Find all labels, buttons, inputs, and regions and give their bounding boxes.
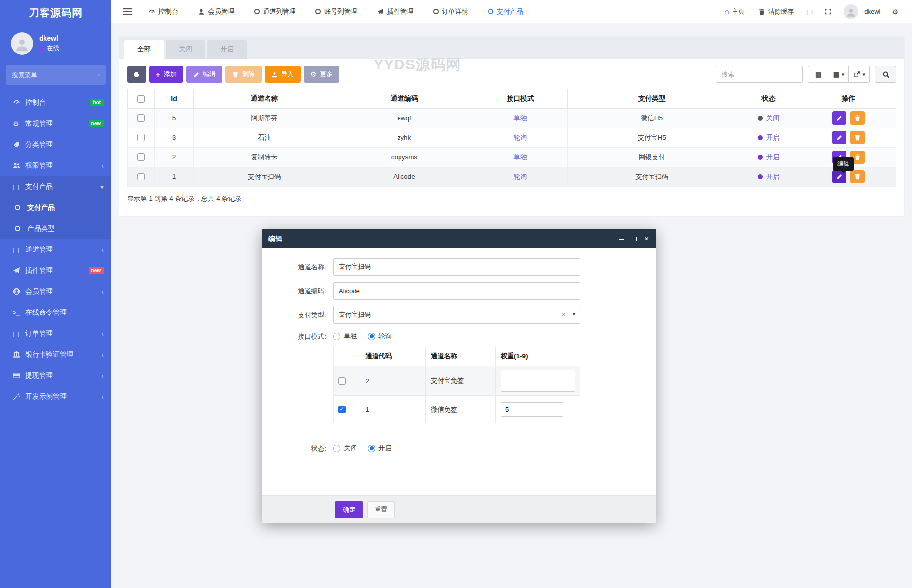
topbar-username[interactable]: dkewl — [864, 8, 880, 15]
table-search-input[interactable] — [716, 66, 803, 83]
radio-icon[interactable] — [333, 333, 340, 340]
col-pay-type[interactable]: 支付类型 — [568, 89, 736, 109]
sidebar-item-online-command[interactable]: >_ 在线命令管理 — [0, 302, 111, 323]
col-status[interactable]: 状态 — [736, 89, 801, 109]
cell-code: ewqf — [335, 109, 473, 128]
col-channel-name[interactable]: 通道名称 — [194, 89, 335, 109]
topnav-channel-list[interactable]: 通道列管理 — [245, 0, 306, 23]
add-button[interactable]: + 添加 — [149, 66, 183, 83]
settings-gear-icon[interactable]: ⚙ — [887, 8, 903, 16]
pay-type-value[interactable] — [333, 306, 580, 324]
row-checkbox[interactable] — [338, 406, 346, 413]
channel-code-input[interactable] — [333, 282, 580, 300]
row-checkbox[interactable] — [137, 114, 145, 122]
sidebar-item-dev-examples[interactable]: 开发示例管理 ‹ — [0, 386, 111, 407]
modal-header[interactable]: 编辑 × — [262, 229, 656, 248]
fullscreen-icon[interactable] — [820, 8, 837, 15]
caret-down-icon[interactable]: ▾ — [572, 311, 575, 317]
row-delete-button[interactable] — [850, 131, 865, 144]
clear-cache-button[interactable]: 清除缓存 — [753, 7, 800, 16]
sidebar-search[interactable] — [6, 65, 106, 85]
topbar: 控制台 会员管理 通道列管理 账号列管理 插件管理 订单详情 支付产品 — [111, 0, 912, 23]
col-interface-mode[interactable]: 接口模式 — [473, 89, 568, 109]
weight-input[interactable] — [501, 370, 575, 392]
topnav-order-detail[interactable]: 订单详情 — [423, 0, 478, 23]
tab-all[interactable]: 全部 — [124, 40, 164, 59]
radio-icon[interactable] — [368, 333, 375, 340]
sidebar-item-plugins[interactable]: 插件管理 new — [0, 260, 111, 281]
sidebar-subitem-product-type[interactable]: 产品类型 — [0, 218, 111, 239]
mode-link[interactable]: 轮询 — [514, 134, 527, 141]
edit-button[interactable]: 编辑 — [186, 66, 222, 83]
cell-id: 1 — [155, 167, 194, 187]
import-button[interactable]: 导入 — [265, 66, 301, 83]
sidebar-item-permission[interactable]: 权限管理 ‹ — [0, 155, 111, 176]
sidebar-item-orders[interactable]: ▤ 订单管理 ‹ — [0, 323, 111, 344]
refresh-button[interactable] — [127, 66, 146, 83]
tab-closed[interactable]: 关闭 — [166, 40, 205, 59]
channel-name-input[interactable] — [333, 258, 580, 276]
sidebar-item-withdraw[interactable]: 提现管理 ‹ — [0, 365, 111, 386]
confirm-button[interactable]: 确定 — [335, 501, 363, 518]
close-icon[interactable]: × — [645, 235, 649, 243]
maximize-icon[interactable] — [632, 237, 637, 241]
avatar[interactable] — [11, 32, 33, 55]
row-checkbox[interactable] — [137, 173, 145, 180]
weight-input[interactable] — [501, 402, 563, 417]
sidebar-item-general[interactable]: ⚙ 常规管理 new — [0, 113, 111, 134]
radio-mode-single[interactable]: 单独 — [333, 332, 357, 341]
row-checkbox[interactable] — [137, 134, 145, 141]
detail-view-button[interactable]: ▤ — [808, 66, 828, 83]
export-button[interactable]: ▾ — [849, 66, 870, 83]
row-delete-button[interactable] — [850, 111, 865, 125]
mode-link[interactable]: 轮询 — [514, 173, 527, 180]
mode-link[interactable]: 单独 — [514, 114, 527, 122]
radio-icon[interactable] — [368, 445, 375, 452]
sidebar-search-input[interactable] — [12, 71, 98, 79]
reset-button[interactable]: 重置 — [367, 501, 395, 518]
panel-body: YYDS源码网 + 添加 编辑 删除 — [119, 59, 904, 216]
home-link[interactable]: ⌂ 主页 — [718, 7, 751, 16]
radio-status-open[interactable]: 开启 — [368, 444, 392, 453]
avatar[interactable] — [844, 4, 858, 19]
search-button[interactable] — [875, 66, 896, 83]
tab-open[interactable]: 开启 — [207, 40, 247, 59]
cell-id: 3 — [155, 128, 194, 148]
sidebar-item-pay-products[interactable]: ▤ 支付产品 ▾ — [0, 176, 111, 197]
menu-toggle-icon[interactable] — [116, 8, 138, 15]
row-edit-button[interactable] — [832, 131, 846, 144]
topnav-members[interactable]: 会员管理 — [188, 0, 245, 23]
sidebar-item-channel[interactable]: ▤ 通道管理 ‹ — [0, 239, 111, 260]
select-all-checkbox[interactable] — [137, 95, 145, 103]
col-id[interactable]: Id — [155, 89, 194, 109]
clear-icon[interactable]: × — [561, 310, 566, 318]
row-checkbox[interactable] — [338, 377, 346, 385]
log-icon[interactable]: ▤ — [801, 8, 818, 16]
row-delete-button[interactable] — [850, 170, 865, 183]
chevron-left-icon: ‹ — [101, 372, 104, 380]
sidebar-subitem-pay-products[interactable]: 支付产品 — [0, 197, 111, 218]
columns-button[interactable]: ▦ ▾ — [828, 66, 849, 83]
topnav-pay-products[interactable]: 支付产品 — [478, 0, 533, 23]
home-icon: ⌂ — [724, 7, 729, 16]
radio-status-closed[interactable]: 关闭 — [333, 444, 357, 453]
mode-link[interactable]: 单独 — [514, 153, 527, 161]
topnav-dashboard[interactable]: 控制台 — [138, 0, 188, 23]
sidebar-item-bankcard-verify[interactable]: 银行卡验证管理 ‹ — [0, 344, 111, 365]
radio-icon[interactable] — [333, 445, 340, 452]
radio-mode-poll[interactable]: 轮询 — [368, 332, 392, 341]
minimize-icon[interactable] — [619, 239, 624, 240]
row-checkbox[interactable] — [137, 153, 145, 161]
sidebar-item-category[interactable]: 分类管理 — [0, 134, 111, 155]
weights-header-row: 通道代码 通道名称 权重(1-9) — [334, 347, 580, 366]
pay-type-select[interactable]: × ▾ — [333, 306, 580, 324]
row-edit-button[interactable] — [832, 111, 846, 125]
sidebar-item-dashboard[interactable]: 控制台 hot — [0, 92, 111, 113]
delete-button[interactable]: 删除 — [225, 66, 262, 83]
more-button[interactable]: ⚙ 更多 — [304, 66, 340, 83]
online-dot-icon — [39, 46, 44, 51]
sidebar-item-members[interactable]: 会员管理 ‹ — [0, 281, 111, 302]
topnav-account-list[interactable]: 账号列管理 — [306, 0, 367, 23]
topnav-plugins[interactable]: 插件管理 — [367, 0, 423, 23]
col-channel-code[interactable]: 通道编码 — [335, 89, 473, 109]
